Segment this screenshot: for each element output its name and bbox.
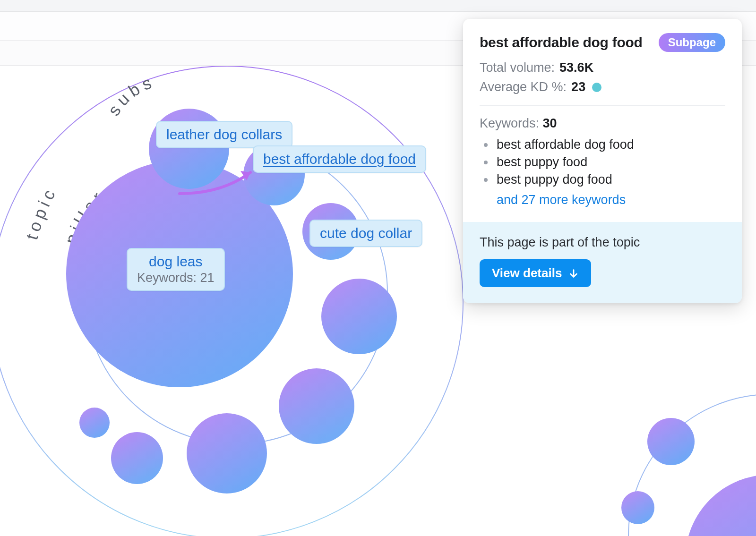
- pillar-keywords-sub: Keywords: 21: [137, 271, 215, 285]
- sub-bubble-7[interactable]: [111, 432, 163, 484]
- keyword-list-item: best puppy dog food: [495, 172, 725, 187]
- keywords-count: 30: [543, 116, 557, 130]
- panel-header: best affordable dog food Subpage: [480, 33, 725, 52]
- keywords-label: Keywords:: [480, 116, 539, 130]
- pillar-label[interactable]: dog leas Keywords: 21: [127, 248, 225, 291]
- sub-label-text: best affordable dog food: [263, 151, 416, 167]
- sub-bubble-5[interactable]: [279, 368, 354, 444]
- top-stripe: [0, 0, 756, 12]
- panel-body: best affordable dog food Subpage Total v…: [463, 19, 742, 210]
- sub-label-text: leather dog collars: [166, 127, 282, 142]
- avg-kd-row: Average KD %: 23: [480, 80, 725, 94]
- corner-sub-bubble-1[interactable]: [647, 418, 695, 465]
- sub-bubble-8[interactable]: [79, 408, 110, 438]
- kd-difficulty-dot: [592, 83, 601, 92]
- total-volume-label: Total volume:: [480, 60, 555, 75]
- sub-bubble-4[interactable]: [321, 279, 397, 354]
- sub-label-leather-dog-collars[interactable]: leather dog collars: [156, 121, 292, 148]
- pillar-keywords-count: 21: [200, 271, 215, 285]
- total-volume-value: 53.6K: [559, 60, 593, 75]
- subs-curved-label: subs: [104, 72, 157, 119]
- corner-sub-bubble-2[interactable]: [621, 491, 654, 524]
- keyword-list-item: best affordable dog food: [495, 137, 725, 152]
- keyword-list: best affordable dog food best puppy food…: [480, 137, 725, 187]
- corner-cluster-svg: [600, 371, 756, 536]
- keywords-header: Keywords: 30: [480, 116, 725, 131]
- canvas-area: topic subs pillar leather dog collars be…: [0, 66, 756, 536]
- panel-title: best affordable dog food: [480, 34, 642, 51]
- subpage-badge: Subpage: [659, 33, 725, 52]
- sub-label-text: cute dog collar: [320, 225, 412, 241]
- view-details-button[interactable]: View details: [480, 259, 591, 287]
- view-details-label: View details: [492, 266, 562, 281]
- sub-label-cute-dog-collar[interactable]: cute dog collar: [309, 220, 422, 247]
- pillar-keywords-label: Keywords:: [137, 271, 197, 285]
- corner-pillar-bubble[interactable]: [685, 475, 756, 536]
- topic-curved-label: topic: [22, 183, 60, 242]
- footer-text: This page is part of the topic: [480, 235, 725, 250]
- sub-bubble-6[interactable]: [187, 413, 267, 493]
- sub-label-best-affordable-dog-food[interactable]: best affordable dog food: [253, 145, 426, 173]
- panel-divider: [480, 105, 725, 106]
- total-volume-row: Total volume: 53.6K: [480, 60, 725, 75]
- pillar-label-text: dog leas: [149, 254, 202, 269]
- panel-footer: This page is part of the topic View deta…: [463, 222, 742, 303]
- keyword-list-item: best puppy food: [495, 155, 725, 170]
- detail-panel: best affordable dog food Subpage Total v…: [463, 19, 742, 303]
- avg-kd-value: 23: [571, 80, 585, 94]
- avg-kd-label: Average KD %:: [480, 80, 567, 94]
- arrow-down-icon: [568, 268, 579, 279]
- more-keywords-link[interactable]: and 27 more keywords: [480, 193, 626, 207]
